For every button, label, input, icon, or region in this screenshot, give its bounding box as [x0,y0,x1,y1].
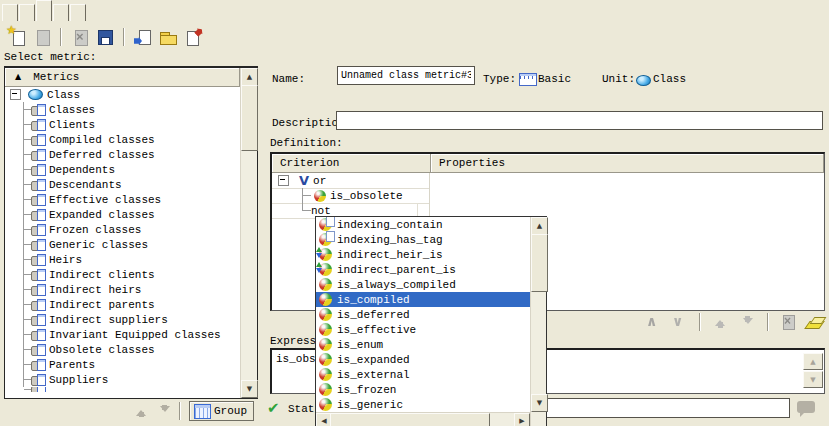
dropdown-item[interactable]: is_always_compiled [316,277,530,292]
dropdown-item[interactable]: indirect_heir_is [316,247,530,262]
tree-item-class-root[interactable]: Class [5,87,240,102]
move-metric-up-icon[interactable] [135,404,149,418]
metric-icon [31,359,47,371]
type-value: Basic [538,73,571,85]
tab-metric-archive[interactable] [70,4,86,21]
tree-item[interactable]: Clients [5,117,240,132]
tree-item-label: Generic classes [49,239,148,251]
status-input[interactable] [531,398,790,418]
duplicate-metric-button[interactable] [31,26,53,48]
tree-item[interactable] [5,387,240,392]
export-metrics-button[interactable] [182,26,204,48]
metric-tool-window: Select metric: ▲ Metrics Class [0,0,829,426]
dropdown-item[interactable]: is_effective [316,322,530,337]
new-metric-button[interactable] [6,26,28,48]
dropdown-item[interactable]: is_expanded [316,352,530,367]
collapse-toggle-icon[interactable] [10,89,21,100]
metric-icon [31,387,47,392]
tree-item[interactable]: Invariant Equipped classes [5,327,240,342]
dropdown-item[interactable]: indexing_has_tag [316,232,530,247]
tree-item[interactable]: Parents [5,357,240,372]
tree-connector [17,162,31,177]
dropdown-item[interactable]: is_deferred [316,307,530,322]
criterion-pie-icon [319,323,332,336]
tree-item[interactable]: Generic classes [5,237,240,252]
import-metrics-button[interactable] [132,26,154,48]
tab-detailed-result[interactable] [19,4,35,21]
tab-metric-history[interactable] [53,4,69,21]
expression-spinner: ▲ ▼ [803,353,821,389]
insert-or-button[interactable] [669,312,689,332]
scrollbar-thumb[interactable] [241,85,258,151]
tree-item[interactable]: Obsolete classes [5,342,240,357]
insert-and-button[interactable] [643,312,663,332]
class-unit-icon [636,75,651,86]
scroll-up-icon[interactable]: ▲ [241,68,258,86]
scrollbar-thumb[interactable] [330,413,490,426]
column-header-criterion[interactable]: Criterion [272,154,431,173]
tree-scrollbar[interactable]: ▲ ▼ [240,68,257,398]
tree-item-label: Descendants [49,179,122,191]
scroll-down-icon[interactable]: ▼ [241,380,258,398]
delete-criterion-button[interactable] [779,312,799,332]
toolbar-separator [699,313,701,331]
arrow-up-icon [712,313,730,331]
tree-item[interactable]: Suppliers [5,372,240,387]
scrollbar-thumb[interactable] [531,234,548,292]
spin-up-icon[interactable]: ▲ [803,353,823,370]
tree-item[interactable]: Frozen classes [5,222,240,237]
tree-item[interactable]: Deferred classes [5,147,240,162]
dropdown-item-label: is_expanded [337,354,410,366]
dropdown-item[interactable]: indirect_parent_is [316,262,530,277]
move-up-button[interactable] [711,312,731,332]
select-metric-label: Select metric: [4,51,96,63]
dropdown-item[interactable]: is_frozen [316,382,530,397]
save-metric-button[interactable] [94,26,116,48]
criterion-row-is-obsolete[interactable]: is_obsolete [272,188,403,203]
metrics-column-header[interactable]: ▲ Metrics [5,68,240,87]
tree-item[interactable]: Classes [5,102,240,117]
scroll-up-icon[interactable]: ▲ [531,217,548,235]
tree-item[interactable]: Heirs [5,252,240,267]
tree-item[interactable]: Indirect clients [5,267,240,282]
tree-item[interactable]: Dependents [5,162,240,177]
metric-icon [31,344,47,356]
tree-item[interactable]: Compiled classes [5,132,240,147]
name-input[interactable] [337,66,475,85]
dropdown-horizontal-scrollbar[interactable]: ◀ ▶ [316,412,530,426]
move-metric-down-icon[interactable] [157,404,171,418]
tree-item[interactable]: Indirect parents [5,297,240,312]
criterion-row-or[interactable]: V or [272,173,326,188]
scroll-right-icon[interactable]: ▶ [514,413,530,426]
dropdown-item[interactable]: is_compiled [316,292,530,307]
tree-item[interactable]: Indirect suppliers [5,312,240,327]
dropdown-item[interactable]: is_generic [316,397,530,412]
dropdown-item[interactable]: is_enum [316,337,530,352]
erase-button[interactable] [805,312,825,332]
dropdown-item[interactable]: indexing_contain [316,217,530,232]
remove-metric-button[interactable] [69,26,91,48]
comment-bubble-icon[interactable] [797,401,815,413]
tree-connector [17,222,31,237]
spin-down-icon[interactable]: ▼ [803,371,823,388]
criterion-label: is_obsolete [330,190,403,202]
tree-item[interactable]: Indirect heirs [5,282,240,297]
tree-item[interactable]: Expanded classes [5,207,240,222]
dropdown-vertical-scrollbar[interactable]: ▲ ▼ [530,217,546,426]
collapse-toggle-icon[interactable] [278,175,289,186]
tree-item-label: Frozen classes [49,224,141,236]
column-header-properties[interactable]: Properties [431,154,824,173]
description-input[interactable] [336,111,823,130]
unit-value: Class [653,73,686,85]
scroll-down-icon[interactable]: ▼ [531,394,548,412]
group-toggle-button[interactable]: Group [189,401,254,421]
move-down-button[interactable] [737,312,757,332]
tree-connector [17,372,31,387]
dropdown-item[interactable]: is_external [316,367,530,382]
tree-item[interactable]: Effective classes [5,192,240,207]
tree-connector [17,252,31,267]
tab-metric-definition[interactable] [36,0,52,21]
open-folder-button[interactable] [157,26,179,48]
tab-metric-evaluation[interactable] [2,4,18,21]
tree-item[interactable]: Descendants [5,177,240,192]
